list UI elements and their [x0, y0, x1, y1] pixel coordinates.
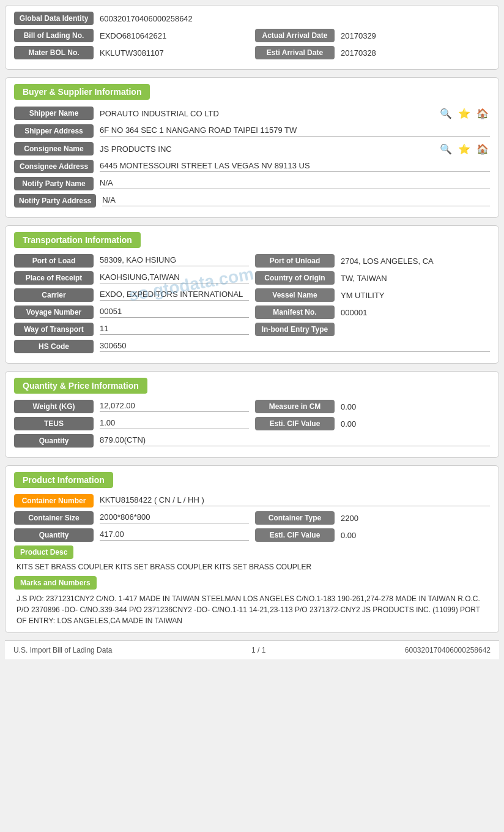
page-wrapper: Global Data Identity 6003201704060002586… — [0, 0, 504, 664]
mater-bol-label: Mater BOL No. — [14, 46, 94, 59]
shipper-address-row: Shipper Address 6F NO 364 SEC 1 NANGANG … — [14, 124, 490, 138]
container-number-row: Container Number KKTU8158422 ( CN / L / … — [14, 494, 490, 508]
weight-measure-row: Weight (KG) 12,072.00 Measure in CM 0.00 — [14, 400, 490, 413]
container-number-label: Container Number — [14, 494, 94, 508]
country-origin-value: TW, TAIWAN — [341, 274, 490, 283]
manifest-part: Manifest No. 000001 — [255, 305, 490, 319]
bol-row: Bill of Lading No. EXDO6810642621 Actual… — [14, 29, 490, 42]
global-data-label: Global Data Identity — [14, 12, 94, 25]
marks-label: Marks and Numbers — [14, 576, 97, 590]
quantity-price-title: Quantity & Price Information — [14, 378, 147, 394]
consignee-name-value: JS PRODUCTS INC — [100, 144, 439, 154]
esti-cif-value: 0.00 — [341, 419, 490, 429]
product-esti-cif-value: 0.00 — [341, 531, 490, 540]
quantity-value: 879.00(CTN) — [100, 435, 490, 446]
notify-party-address-label: Notify Party Address — [14, 194, 96, 208]
carrier-label: Carrier — [14, 288, 94, 302]
notify-party-address-row: Notify Party Address N/A — [14, 194, 490, 208]
voyage-manifest-row: Voyage Number 00051 Manifest No. 000001 — [14, 305, 490, 319]
product-esti-cif-part: Esti. CIF Value 0.00 — [255, 528, 490, 542]
teus-part: TEUS 1.00 — [14, 417, 249, 430]
country-origin-label: Country of Origin — [255, 271, 335, 285]
vessel-value: YM UTILITY — [341, 291, 490, 300]
mater-bol-value: KKLUTW3081107 — [100, 48, 164, 58]
global-data-row: Global Data Identity 6003201704060002586… — [14, 12, 490, 25]
port-row: Port of Load 58309, KAO HSIUNG Port of U… — [14, 254, 490, 268]
weight-part: Weight (KG) 12,072.00 — [14, 400, 249, 413]
product-desc-text: KITS SET BRASS COUPLER KITS SET BRASS CO… — [14, 563, 490, 571]
product-info-header: Product Information — [14, 472, 490, 494]
mater-bol-left: Mater BOL No. KKLUTW3081107 — [14, 46, 249, 59]
measure-part: Measure in CM 0.00 — [255, 400, 490, 413]
esti-arrival-value: 20170328 — [341, 48, 376, 58]
weight-value: 12,072.00 — [100, 401, 249, 412]
carrier-value: EXDO, EXPEDITORS INTERNATIONAL — [100, 290, 249, 301]
product-quantity-value: 417.00 — [100, 530, 249, 541]
consignee-home-icon[interactable]: 🏠 — [475, 141, 490, 156]
shipper-icons: 🔍 ⭐ 🏠 — [439, 106, 490, 121]
notify-party-name-value: N/A — [100, 178, 490, 189]
hs-code-row: HS Code 300650 — [14, 340, 490, 353]
place-receipt-part: Place of Receipt KAOHSIUNG,TAIWAN — [14, 271, 249, 285]
container-size-value: 2000*806*800 — [100, 512, 249, 523]
inbond-label: In-bond Entry Type — [255, 323, 335, 336]
container-type-part: Container Type 2200 — [255, 511, 490, 525]
container-size-type-row: Container Size 2000*806*800 Container Ty… — [14, 511, 490, 525]
container-type-value: 2200 — [341, 514, 490, 523]
transportation-header: Transportation Information — [14, 232, 490, 254]
footer-center: 1 / 1 — [251, 646, 265, 654]
port-load-part: Port of Load 58309, KAO HSIUNG — [14, 254, 249, 268]
notify-party-address-value: N/A — [102, 195, 490, 206]
product-desc-section: Product Desc — [14, 545, 490, 563]
product-esti-cif-label: Esti. CIF Value — [255, 528, 335, 542]
port-unload-value: 2704, LOS ANGELES, CA — [341, 257, 490, 266]
container-number-value: KKTU8158422 ( CN / L / HH ) — [100, 495, 490, 506]
bol-value: EXDO6810642621 — [100, 31, 166, 40]
consignee-search-icon[interactable]: 🔍 — [439, 141, 453, 156]
product-quantity-label: Quantity — [14, 528, 94, 542]
footer: U.S. Import Bill of Lading Data 1 / 1 60… — [5, 640, 499, 659]
way-transport-label: Way of Transport — [14, 323, 94, 336]
shipper-address-value: 6F NO 364 SEC 1 NANGANG ROAD TAIPEI 1157… — [100, 126, 490, 137]
teus-value: 1.00 — [100, 418, 249, 429]
receipt-country-row: Place of Receipt KAOHSIUNG,TAIWAN Countr… — [14, 271, 490, 285]
transportation-card: Transportation Information so.gtodata.co… — [5, 225, 499, 364]
teus-label: TEUS — [14, 417, 94, 430]
product-info-title: Product Information — [14, 472, 113, 488]
voyage-label: Voyage Number — [14, 305, 94, 319]
hs-code-label: HS Code — [14, 340, 94, 353]
container-size-label: Container Size — [14, 511, 94, 525]
shipper-star-icon[interactable]: ⭐ — [457, 106, 472, 121]
product-info-card: Product Information Container Number KKT… — [5, 465, 499, 633]
esti-arrival-part: Esti Arrival Date 20170328 — [255, 46, 490, 59]
actual-arrival-label: Actual Arrival Date — [255, 29, 335, 42]
measure-label: Measure in CM — [255, 400, 335, 413]
consignee-name-row: Consignee Name JS PRODUCTS INC 🔍 ⭐ 🏠 — [14, 141, 490, 156]
consignee-address-row: Consignee Address 6445 MONTESSOURI STREE… — [14, 160, 490, 173]
product-quantity-cif-row: Quantity 417.00 Esti. CIF Value 0.00 — [14, 528, 490, 542]
way-transport-part: Way of Transport 11 — [14, 323, 249, 336]
quantity-row: Quantity 879.00(CTN) — [14, 434, 490, 448]
shipper-search-icon[interactable]: 🔍 — [439, 106, 453, 121]
buyer-supplier-card: Buyer & Supplier Information Shipper Nam… — [5, 77, 499, 218]
footer-left: U.S. Import Bill of Lading Data — [13, 646, 112, 654]
teus-cif-row: TEUS 1.00 Esti. CIF Value 0.00 — [14, 417, 490, 430]
vessel-part: Vessel Name YM UTILITY — [255, 288, 490, 302]
consignee-address-value: 6445 MONTESSOURI STREET LAS VEGAS NV 891… — [100, 161, 490, 172]
product-quantity-part: Quantity 417.00 — [14, 528, 249, 542]
vessel-label: Vessel Name — [255, 288, 335, 302]
manifest-label: Manifest No. — [255, 305, 335, 319]
buyer-supplier-header: Buyer & Supplier Information — [14, 84, 490, 106]
carrier-part: Carrier EXDO, EXPEDITORS INTERNATIONAL — [14, 288, 249, 302]
marks-text: J.S P/O: 2371231CNY2 C/NO. 1-417 MADE IN… — [14, 593, 490, 626]
port-unload-part: Port of Unload 2704, LOS ANGELES, CA — [255, 254, 490, 268]
esti-arrival-label: Esti Arrival Date — [255, 46, 335, 59]
global-data-value: 600320170406000258642 — [100, 14, 193, 23]
consignee-star-icon[interactable]: ⭐ — [457, 141, 472, 156]
consignee-name-label: Consignee Name — [14, 142, 94, 156]
shipper-home-icon[interactable]: 🏠 — [475, 106, 490, 121]
bol-label: Bill of Lading No. — [14, 29, 94, 42]
transportation-title: Transportation Information — [14, 232, 141, 248]
footer-right: 600320170406000258642 — [405, 646, 491, 654]
marks-section: Marks and Numbers — [14, 576, 490, 593]
